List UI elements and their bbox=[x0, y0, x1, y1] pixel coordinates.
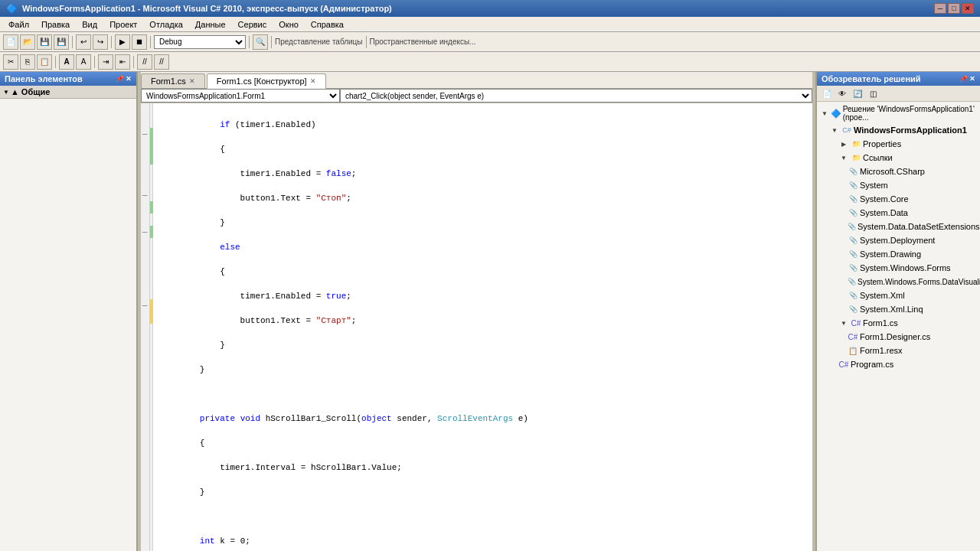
tree-form1designer[interactable]: C# Form1.Designer.cs bbox=[817, 330, 980, 344]
toolbar-saveall[interactable]: 💾 bbox=[54, 34, 69, 50]
toolbox-controls: 📌 ✕ bbox=[116, 75, 132, 83]
config-selector[interactable]: Debug bbox=[154, 35, 246, 49]
toolbar-spatial-label: Пространственные индексы... bbox=[370, 37, 476, 46]
toolbox-pin[interactable]: 📌 bbox=[116, 75, 124, 83]
right-panel: Обозреватель решений 📌 ✕ 📄 👁 🔄 ◫ ▼ 🔷 Реш… bbox=[815, 72, 980, 551]
menu-debug[interactable]: Отладка bbox=[144, 18, 188, 31]
code-line bbox=[159, 510, 806, 523]
ref-icon-9: 📎 bbox=[848, 276, 856, 287]
ref-icon-5: 📎 bbox=[848, 221, 856, 232]
toolbar-paste[interactable]: 📋 bbox=[37, 54, 52, 70]
tree-ref-system-core[interactable]: 📎 System.Core bbox=[817, 192, 980, 206]
change-mark-5 bbox=[150, 226, 153, 238]
tree-ref-system-drawing[interactable]: 📎 System.Drawing bbox=[817, 247, 980, 261]
toolbox-close[interactable]: ✕ bbox=[126, 75, 132, 83]
toolbar-debug-stop[interactable]: ⏹ bbox=[132, 34, 147, 50]
tab-form1cs-designer[interactable]: Form1.cs [Конструктор] ✕ bbox=[207, 73, 326, 89]
toolbar-indent[interactable]: ⇥ bbox=[98, 54, 113, 70]
tree-form1resx[interactable]: 📋 Form1.resx bbox=[817, 344, 980, 357]
tree-ref-system-windows-forms-data[interactable]: 📎 System.Windows.Forms.DataVisualizati..… bbox=[817, 275, 980, 289]
collapse-btn-1[interactable]: ─ bbox=[141, 128, 149, 140]
code-editor: Form1.cs ✕ Form1.cs [Конструктор] ✕ Wind… bbox=[141, 72, 812, 551]
solution-icon: 🔷 bbox=[831, 108, 841, 119]
restore-button[interactable]: □ bbox=[948, 3, 960, 14]
menu-view[interactable]: Вид bbox=[77, 18, 103, 31]
code-line: { bbox=[159, 143, 806, 155]
tree-ref-system-windows-forms[interactable]: 📎 System.Windows.Forms bbox=[817, 261, 980, 275]
code-line: int k = 0; bbox=[159, 535, 806, 547]
tab-form1cs[interactable]: Form1.cs ✕ bbox=[141, 73, 205, 88]
toolbar-uncomment[interactable]: // bbox=[154, 54, 169, 70]
tree-form1cs[interactable]: ▼ C# Form1.cs bbox=[817, 316, 980, 330]
main-content: Панель элементов 📌 ✕ ▼ ▲ Общие Form1.cs … bbox=[0, 72, 980, 551]
toolbar-copy[interactable]: ⎘ bbox=[20, 54, 35, 70]
minimize-button[interactable]: ─ bbox=[934, 3, 946, 14]
menu-help[interactable]: Справка bbox=[305, 18, 349, 31]
code-area[interactable]: ─ ─ ─ ─ bbox=[141, 103, 812, 551]
tab-close-form1cs[interactable]: ✕ bbox=[189, 77, 195, 85]
toolbar-italic[interactable]: A bbox=[76, 54, 91, 70]
tree-ref-system-xml[interactable]: 📎 System.Xml bbox=[817, 289, 980, 302]
solution-toolbar: 📄 👁 🔄 ◫ bbox=[817, 86, 980, 102]
collapse-btn-2[interactable]: ─ bbox=[141, 189, 149, 201]
toolbar-redo[interactable]: ↪ bbox=[93, 34, 108, 50]
method-selector[interactable]: chart2_Click(object sender, EventArgs e) bbox=[340, 89, 812, 103]
toolbar-comment[interactable]: // bbox=[137, 54, 152, 70]
expand-icon-5: ▼ bbox=[838, 318, 849, 328]
solution-close[interactable]: ✕ bbox=[969, 75, 975, 83]
change-mark-4 bbox=[150, 201, 153, 214]
code-line: { bbox=[159, 266, 806, 278]
tree-ref-microsoft-csharp[interactable]: 📎 Microsoft.CSharp bbox=[817, 165, 980, 178]
ref-icon-11: 📎 bbox=[848, 304, 858, 315]
tree-ref-system-deployment[interactable]: 📎 System.Deployment bbox=[817, 233, 980, 247]
tree-project[interactable]: ▼ C# WindowsFormsApplication1 bbox=[817, 123, 980, 137]
code-line: private void hScrollBar1_Scroll(object s… bbox=[159, 412, 806, 425]
menu-data[interactable]: Данные bbox=[190, 18, 231, 31]
code-content[interactable]: if (timer1.Enabled) { timer1.Enabled = f… bbox=[153, 103, 812, 551]
class-selector[interactable]: WindowsFormsApplication1.Form1 bbox=[141, 89, 340, 103]
menu-file[interactable]: Файл bbox=[3, 18, 34, 31]
toolbar-search-label: Представление таблицы bbox=[275, 37, 363, 46]
solution-pin[interactable]: 📌 bbox=[959, 75, 968, 83]
tree-ref-system-data[interactable]: 📎 System.Data bbox=[817, 206, 980, 220]
toolbar-search[interactable]: 🔍 bbox=[253, 34, 268, 50]
tree-ref-system-data-ext[interactable]: 📎 System.Data.DataSetExtensions bbox=[817, 220, 980, 233]
sol-collapse-btn[interactable]: ◫ bbox=[866, 87, 880, 99]
tree-ref-system[interactable]: 📎 System bbox=[817, 178, 980, 192]
toolbox-category-general[interactable]: ▼ ▲ Общие bbox=[0, 86, 136, 99]
toolbar-bold[interactable]: A bbox=[59, 54, 74, 70]
tree-programcs[interactable]: C# Program.cs bbox=[817, 357, 980, 371]
menu-project[interactable]: Проект bbox=[104, 18, 142, 31]
tree-solution[interactable]: ▼ 🔷 Решение 'WindowsFormsApplication1' (… bbox=[817, 103, 980, 123]
solution-tree: ▼ 🔷 Решение 'WindowsFormsApplication1' (… bbox=[817, 102, 980, 551]
toolbar-undo[interactable]: ↩ bbox=[76, 34, 91, 50]
tree-ref-system-xml-linq[interactable]: 📎 System.Xml.Linq bbox=[817, 302, 980, 316]
separator-7 bbox=[55, 56, 56, 68]
menu-edit[interactable]: Правка bbox=[36, 18, 75, 31]
tab-bar: Form1.cs ✕ Form1.cs [Конструктор] ✕ bbox=[141, 72, 812, 89]
separator-3 bbox=[150, 36, 151, 48]
tree-references[interactable]: ▼ 📁 Ссылки bbox=[817, 151, 980, 165]
collapse-btn-4[interactable]: ─ bbox=[141, 299, 149, 311]
menu-window[interactable]: Окно bbox=[273, 18, 304, 31]
expand-icon-4: ▼ bbox=[838, 152, 849, 163]
sol-properties-btn[interactable]: 📄 bbox=[820, 87, 834, 99]
toolbar-cut[interactable]: ✂ bbox=[3, 54, 18, 70]
separator-1 bbox=[72, 36, 73, 48]
menu-tools[interactable]: Сервис bbox=[233, 18, 273, 31]
toolbar-open[interactable]: 📂 bbox=[20, 34, 35, 50]
tree-properties[interactable]: ▶ 📁 Properties bbox=[817, 137, 980, 151]
toolbar-debug-start[interactable]: ▶ bbox=[115, 34, 130, 50]
toolbar-new[interactable]: 📄 bbox=[3, 34, 18, 50]
close-button[interactable]: ✕ bbox=[962, 3, 974, 14]
sol-showall-btn[interactable]: 👁 bbox=[835, 87, 849, 99]
ref-icon-8: 📎 bbox=[848, 262, 858, 273]
solution-controls: 📌 ✕ bbox=[959, 75, 975, 83]
ref-icon-10: 📎 bbox=[848, 290, 858, 301]
tab-close-designer[interactable]: ✕ bbox=[310, 77, 316, 85]
sol-refresh-btn[interactable]: 🔄 bbox=[851, 87, 864, 99]
toolbar-save[interactable]: 💾 bbox=[37, 34, 52, 50]
separator-4 bbox=[249, 36, 250, 48]
toolbar-outdent[interactable]: ⇤ bbox=[115, 54, 130, 70]
collapse-btn-3[interactable]: ─ bbox=[141, 226, 149, 238]
